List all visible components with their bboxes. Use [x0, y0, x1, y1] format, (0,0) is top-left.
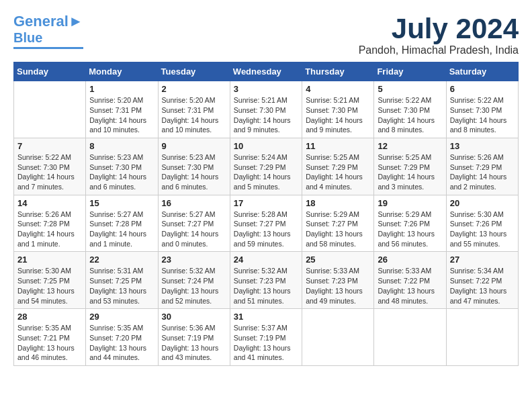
day-info: Sunrise: 5:35 AMSunset: 7:21 PMDaylight:…: [17, 323, 82, 363]
day-info: Sunrise: 5:29 AMSunset: 7:26 PMDaylight:…: [378, 210, 442, 249]
day-info: Sunrise: 5:37 AMSunset: 7:19 PMDaylight:…: [234, 323, 298, 363]
day-info: Sunrise: 5:23 AMSunset: 7:30 PMDaylight:…: [89, 152, 154, 192]
logo: General► Blue: [13, 13, 83, 49]
calendar-cell: 20Sunrise: 5:30 AMSunset: 7:26 PMDayligh…: [446, 195, 518, 252]
calendar-cell: 29Sunrise: 5:35 AMSunset: 7:20 PMDayligh…: [86, 309, 158, 366]
day-number: 10: [234, 141, 298, 151]
day-number: 4: [306, 84, 370, 94]
day-info: Sunrise: 5:32 AMSunset: 7:23 PMDaylight:…: [234, 266, 298, 306]
day-info: Sunrise: 5:27 AMSunset: 7:27 PMDaylight:…: [162, 210, 226, 249]
calendar-cell: 8Sunrise: 5:23 AMSunset: 7:30 PMDaylight…: [86, 138, 158, 195]
day-info: Sunrise: 5:21 AMSunset: 7:30 PMDaylight:…: [234, 95, 298, 135]
calendar-cell: 17Sunrise: 5:28 AMSunset: 7:27 PMDayligh…: [230, 195, 302, 252]
day-number: 7: [17, 141, 82, 151]
calendar-cell: 24Sunrise: 5:32 AMSunset: 7:23 PMDayligh…: [230, 252, 302, 309]
day-of-week-header: Saturday: [446, 62, 518, 81]
day-number: 12: [378, 141, 442, 151]
day-info: Sunrise: 5:20 AMSunset: 7:31 PMDaylight:…: [89, 95, 154, 135]
calendar-cell: 1Sunrise: 5:20 AMSunset: 7:31 PMDaylight…: [86, 81, 158, 138]
day-number: 9: [162, 141, 226, 151]
day-info: Sunrise: 5:33 AMSunset: 7:23 PMDaylight:…: [306, 266, 370, 306]
month-title: July 2024: [359, 13, 519, 44]
logo-blue-text: Blue: [13, 30, 42, 45]
calendar-cell: 19Sunrise: 5:29 AMSunset: 7:26 PMDayligh…: [374, 195, 446, 252]
calendar-body: 1Sunrise: 5:20 AMSunset: 7:31 PMDaylight…: [14, 81, 519, 366]
calendar-cell: 18Sunrise: 5:29 AMSunset: 7:27 PMDayligh…: [302, 195, 374, 252]
day-number: 8: [89, 141, 154, 151]
day-number: 26: [378, 255, 442, 265]
day-number: 16: [162, 198, 226, 208]
day-number: 30: [162, 312, 226, 322]
calendar-cell: 9Sunrise: 5:23 AMSunset: 7:30 PMDaylight…: [158, 138, 230, 195]
day-number: 6: [450, 84, 515, 94]
calendar-cell: 26Sunrise: 5:33 AMSunset: 7:22 PMDayligh…: [374, 252, 446, 309]
day-info: Sunrise: 5:26 AMSunset: 7:28 PMDaylight:…: [17, 210, 82, 249]
logo-general: General: [13, 13, 69, 30]
day-info: Sunrise: 5:30 AMSunset: 7:25 PMDaylight:…: [17, 266, 82, 306]
day-number: 29: [89, 312, 154, 322]
calendar-cell: 23Sunrise: 5:32 AMSunset: 7:24 PMDayligh…: [158, 252, 230, 309]
calendar-week-row: 21Sunrise: 5:30 AMSunset: 7:25 PMDayligh…: [14, 252, 519, 309]
day-number: 20: [450, 198, 515, 208]
calendar-cell: 22Sunrise: 5:31 AMSunset: 7:25 PMDayligh…: [86, 252, 158, 309]
logo-underline: [13, 47, 83, 49]
day-info: Sunrise: 5:30 AMSunset: 7:26 PMDaylight:…: [450, 210, 515, 249]
day-number: 22: [89, 255, 154, 265]
day-info: Sunrise: 5:23 AMSunset: 7:30 PMDaylight:…: [162, 152, 226, 192]
day-info: Sunrise: 5:36 AMSunset: 7:19 PMDaylight:…: [162, 323, 226, 363]
day-number: 31: [234, 312, 298, 322]
calendar-cell: [446, 309, 518, 366]
day-info: Sunrise: 5:22 AMSunset: 7:30 PMDaylight:…: [450, 95, 515, 135]
title-block: July 2024 Pandoh, Himachal Pradesh, Indi…: [359, 13, 519, 56]
day-info: Sunrise: 5:29 AMSunset: 7:27 PMDaylight:…: [306, 210, 370, 249]
day-number: 5: [378, 84, 442, 94]
logo-text: General► Blue: [13, 13, 83, 46]
day-of-week-header: Tuesday: [158, 62, 230, 81]
calendar-header-row: SundayMondayTuesdayWednesdayThursdayFrid…: [14, 62, 519, 81]
calendar-week-row: 14Sunrise: 5:26 AMSunset: 7:28 PMDayligh…: [14, 195, 519, 252]
day-info: Sunrise: 5:27 AMSunset: 7:28 PMDaylight:…: [89, 210, 154, 249]
calendar-cell: 12Sunrise: 5:25 AMSunset: 7:29 PMDayligh…: [374, 138, 446, 195]
calendar-cell: 3Sunrise: 5:21 AMSunset: 7:30 PMDaylight…: [230, 81, 302, 138]
day-info: Sunrise: 5:22 AMSunset: 7:30 PMDaylight:…: [378, 95, 442, 135]
day-info: Sunrise: 5:35 AMSunset: 7:20 PMDaylight:…: [89, 323, 154, 363]
day-info: Sunrise: 5:22 AMSunset: 7:30 PMDaylight:…: [17, 152, 82, 192]
calendar-cell: 30Sunrise: 5:36 AMSunset: 7:19 PMDayligh…: [158, 309, 230, 366]
logo-blue: ►: [69, 13, 83, 30]
day-number: 1: [89, 84, 154, 94]
calendar-week-row: 28Sunrise: 5:35 AMSunset: 7:21 PMDayligh…: [14, 309, 519, 366]
calendar-cell: 21Sunrise: 5:30 AMSunset: 7:25 PMDayligh…: [14, 252, 86, 309]
location: Pandoh, Himachal Pradesh, India: [359, 44, 519, 56]
calendar-cell: 10Sunrise: 5:24 AMSunset: 7:29 PMDayligh…: [230, 138, 302, 195]
day-number: 13: [450, 141, 515, 151]
day-info: Sunrise: 5:25 AMSunset: 7:29 PMDaylight:…: [306, 152, 370, 192]
day-number: 27: [450, 255, 515, 265]
day-info: Sunrise: 5:20 AMSunset: 7:31 PMDaylight:…: [162, 95, 226, 135]
day-info: Sunrise: 5:32 AMSunset: 7:24 PMDaylight:…: [162, 266, 226, 306]
day-number: 15: [89, 198, 154, 208]
page-header: General► Blue July 2024 Pandoh, Himachal…: [13, 13, 519, 56]
calendar-cell: 14Sunrise: 5:26 AMSunset: 7:28 PMDayligh…: [14, 195, 86, 252]
day-info: Sunrise: 5:21 AMSunset: 7:30 PMDaylight:…: [306, 95, 370, 135]
day-number: 21: [17, 255, 82, 265]
day-info: Sunrise: 5:24 AMSunset: 7:29 PMDaylight:…: [234, 152, 298, 192]
day-info: Sunrise: 5:31 AMSunset: 7:25 PMDaylight:…: [89, 266, 154, 306]
calendar-cell: 31Sunrise: 5:37 AMSunset: 7:19 PMDayligh…: [230, 309, 302, 366]
day-of-week-header: Wednesday: [230, 62, 302, 81]
calendar-cell: 11Sunrise: 5:25 AMSunset: 7:29 PMDayligh…: [302, 138, 374, 195]
day-of-week-header: Thursday: [302, 62, 374, 81]
calendar-cell: 27Sunrise: 5:34 AMSunset: 7:22 PMDayligh…: [446, 252, 518, 309]
calendar-cell: 4Sunrise: 5:21 AMSunset: 7:30 PMDaylight…: [302, 81, 374, 138]
calendar-cell: 6Sunrise: 5:22 AMSunset: 7:30 PMDaylight…: [446, 81, 518, 138]
day-number: 25: [306, 255, 370, 265]
day-number: 28: [17, 312, 82, 322]
day-of-week-header: Monday: [86, 62, 158, 81]
calendar-cell: [374, 309, 446, 366]
day-info: Sunrise: 5:25 AMSunset: 7:29 PMDaylight:…: [378, 152, 442, 192]
day-info: Sunrise: 5:34 AMSunset: 7:22 PMDaylight:…: [450, 266, 515, 306]
calendar-week-row: 1Sunrise: 5:20 AMSunset: 7:31 PMDaylight…: [14, 81, 519, 138]
calendar-cell: 2Sunrise: 5:20 AMSunset: 7:31 PMDaylight…: [158, 81, 230, 138]
calendar-table: SundayMondayTuesdayWednesdayThursdayFrid…: [13, 62, 519, 366]
day-number: 14: [17, 198, 82, 208]
day-number: 23: [162, 255, 226, 265]
